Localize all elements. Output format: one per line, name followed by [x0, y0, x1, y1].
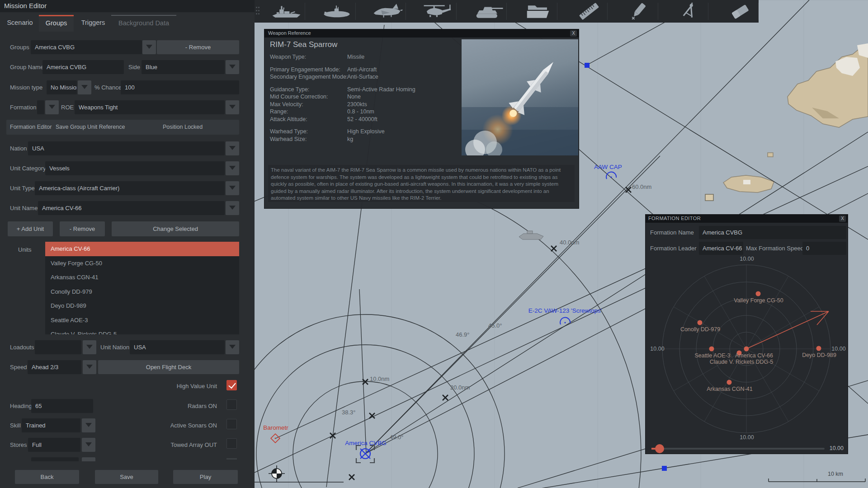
unit-row-selected[interactable]: America CV-66: [45, 242, 239, 256]
mission-type-dropdown-button[interactable]: [78, 80, 91, 94]
stores-dropdown-button[interactable]: [82, 438, 95, 452]
speed-dropdown-button[interactable]: [83, 360, 96, 374]
axis-label-top: 10.00: [740, 256, 754, 262]
axis-label-right: 10.00: [831, 346, 845, 352]
save-group-button[interactable]: Save Group: [56, 120, 86, 135]
weapon-popup-titlebar[interactable]: Weapon Reference X: [264, 29, 579, 38]
station-label: America CV-66: [735, 352, 773, 359]
formation-select[interactable]: [37, 100, 44, 114]
side-dropdown-button[interactable]: [226, 60, 239, 74]
add-tank-button[interactable]: [463, 0, 513, 23]
add-unit-button[interactable]: + Add Unit: [8, 221, 53, 236]
add-helicopter-button[interactable]: [412, 0, 462, 23]
roe-select[interactable]: Weapons Tight: [75, 100, 225, 114]
tab-background-data[interactable]: Background Data: [111, 15, 176, 31]
barometr-contact-icon[interactable]: [271, 434, 280, 443]
loadouts-dropdown-button[interactable]: [83, 340, 96, 354]
station-dot: [727, 380, 732, 385]
unit-name-select[interactable]: America CV-66: [38, 201, 225, 215]
tab-triggers[interactable]: Triggers: [77, 15, 109, 30]
radars-checkbox[interactable]: [226, 399, 237, 410]
map-scale-label: 10 km: [828, 471, 843, 477]
unit-reference-button[interactable]: Unit Reference: [87, 120, 125, 135]
unit-row[interactable]: Valley Forge CG-50: [45, 256, 239, 271]
range-label-40nm: 40.0nm: [560, 239, 579, 246]
station-label: Valley Forge CG-50: [734, 297, 783, 304]
high-value-unit-checkbox[interactable]: [226, 380, 237, 390]
station-label: Claude V. Rickets DDG-5: [710, 359, 774, 365]
mission-type-select[interactable]: No Mission: [47, 80, 77, 94]
spec-value: kg: [347, 136, 353, 142]
add-warship-button[interactable]: [261, 0, 311, 23]
bearing-label-383: 38.3°: [342, 409, 356, 416]
active-sonars-checkbox[interactable]: [226, 419, 237, 429]
formation-spacing-slider[interactable]: [651, 448, 825, 450]
missile-photo-art: [462, 39, 578, 155]
range-label-20nm: 20.0nm: [450, 384, 470, 391]
formation-editor-popup: FORMATION EDITOR X Formation Name Americ…: [645, 214, 848, 454]
spec-label: Mid Course Correction:: [270, 94, 328, 100]
unit-row[interactable]: Arkansas CGN-41: [45, 270, 239, 285]
toolbar-drag-handle[interactable]: [256, 7, 260, 16]
tab-scenario[interactable]: Scenario: [3, 15, 37, 30]
unit-name-dropdown-button[interactable]: [226, 201, 239, 215]
group-name-field[interactable]: America CVBG: [42, 60, 124, 74]
play-button[interactable]: Play: [173, 470, 238, 484]
draw-tool-button[interactable]: [614, 0, 665, 23]
nation-select[interactable]: USA: [28, 141, 225, 155]
side-select[interactable]: Blue: [142, 60, 225, 74]
side-label: Side: [128, 60, 140, 74]
spec-value: Anti-Aircraft: [347, 66, 377, 73]
loadouts-select[interactable]: [35, 340, 81, 354]
roe-dropdown-button[interactable]: [226, 100, 239, 114]
groups-select[interactable]: America CVBG: [31, 40, 142, 54]
unit-row[interactable]: Seattle AOE-3: [45, 313, 239, 328]
unit-row[interactable]: Claude V. Rickets DDG-5: [45, 327, 239, 334]
speed-select[interactable]: Ahead 2/3: [28, 360, 81, 374]
add-submarine-button[interactable]: [311, 0, 362, 23]
chance-field[interactable]: 100: [121, 80, 239, 94]
measure-tool-button[interactable]: [564, 0, 614, 23]
close-icon[interactable]: X: [570, 30, 577, 37]
speed-label: Speed: [10, 360, 27, 374]
reference-point-icon[interactable]: [269, 465, 285, 482]
weapon-reference-popup: Weapon Reference X RIM-7 Sea Sparrow Wea…: [264, 29, 579, 209]
unit-category-dropdown-button[interactable]: [226, 161, 239, 175]
groups-dropdown-button[interactable]: [142, 40, 156, 54]
tab-groups[interactable]: Groups: [39, 15, 74, 32]
change-selected-button[interactable]: Change Selected: [112, 221, 239, 236]
remove-group-button[interactable]: - Remove: [157, 40, 239, 54]
cvbg-contact-icon[interactable]: [356, 446, 374, 463]
open-scenario-button[interactable]: [513, 0, 563, 23]
formation-chart[interactable]: 10.00 10.00 10.00 10.00 Valley Forge CG-…: [646, 215, 849, 455]
nation-dropdown-button[interactable]: [226, 141, 239, 155]
spec-value: Missile: [347, 54, 364, 60]
unit-type-dropdown-button[interactable]: [226, 181, 239, 195]
heading-field[interactable]: 65: [31, 399, 93, 413]
open-flight-deck-button[interactable]: Open Flight Deck: [98, 360, 239, 374]
save-button[interactable]: Save: [95, 470, 158, 484]
neutral-ship-icon[interactable]: [519, 231, 543, 239]
add-aircraft-button[interactable]: [362, 0, 412, 23]
plot-course-button[interactable]: [665, 0, 715, 23]
towed-array-checkbox[interactable]: [226, 438, 237, 449]
stores-select[interactable]: Full: [28, 438, 80, 452]
formation-dropdown-button[interactable]: [45, 100, 59, 114]
unit-row[interactable]: Deyo DD-989: [45, 299, 239, 313]
unit-category-select[interactable]: Vessels: [45, 161, 225, 175]
unit-nation-select[interactable]: USA: [130, 340, 225, 354]
blue-contact-square-south[interactable]: [662, 466, 667, 471]
formation-editor-button[interactable]: Formation Editor: [10, 120, 52, 135]
station-label: Conolly DD-979: [680, 326, 720, 333]
skill-dropdown-button[interactable]: [82, 418, 95, 432]
remove-unit-button[interactable]: - Remove: [60, 221, 105, 236]
blue-contact-square-north[interactable]: [585, 63, 590, 68]
back-button[interactable]: Back: [15, 470, 79, 484]
unit-row[interactable]: Conolly DD-979: [45, 285, 239, 299]
unit-type-select[interactable]: America-class (Aircraft Carrier): [35, 181, 225, 195]
unit-nation-dropdown-button[interactable]: [226, 340, 239, 354]
submarine-icon: [321, 2, 352, 20]
slider-knob[interactable]: [655, 444, 664, 453]
position-locked-toggle[interactable]: Position Locked: [163, 120, 203, 135]
skill-select[interactable]: Trained: [22, 418, 80, 432]
